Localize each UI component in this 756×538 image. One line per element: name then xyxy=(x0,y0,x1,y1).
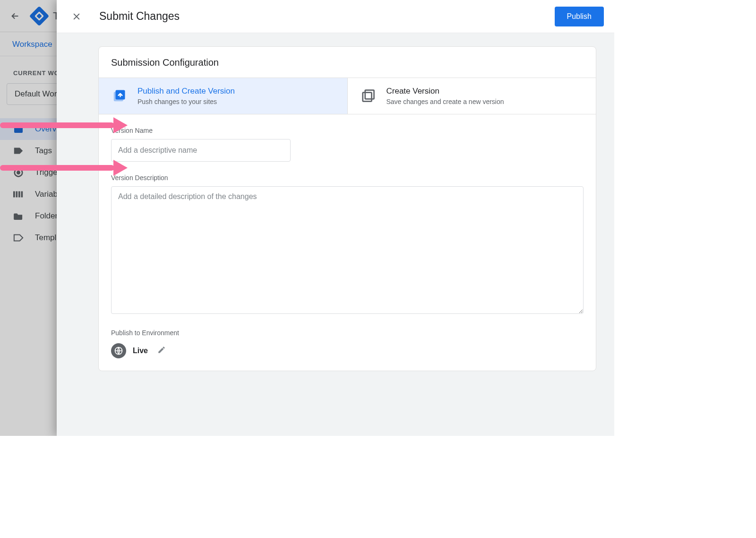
trigger-icon xyxy=(13,167,24,178)
sidebar-item-label: Templ xyxy=(35,233,56,243)
panel-header: Submit Changes Publish xyxy=(57,0,614,33)
option-publish-and-create[interactable]: Publish and Create Version Push changes … xyxy=(99,78,348,114)
submission-config-card: Submission Configuration Publish and Cre… xyxy=(98,46,596,371)
publish-environment-label: Publish to Environment xyxy=(111,329,584,337)
close-icon[interactable] xyxy=(67,7,86,26)
svg-rect-9 xyxy=(362,93,371,102)
svg-point-2 xyxy=(17,171,20,174)
option-title: Publish and Create Version xyxy=(137,87,235,96)
card-title: Submission Configuration xyxy=(99,47,596,68)
svg-rect-10 xyxy=(365,90,374,99)
svg-rect-0 xyxy=(14,126,23,129)
overview-icon xyxy=(13,124,24,134)
back-arrow-icon[interactable] xyxy=(6,7,25,26)
svg-rect-3 xyxy=(13,191,15,198)
version-description-label: Version Description xyxy=(111,174,584,182)
template-icon xyxy=(13,233,24,243)
panel-title: Submit Changes xyxy=(99,10,180,23)
environment-row: Live xyxy=(111,343,584,358)
option-create-version[interactable]: Create Version Save changes and create a… xyxy=(348,78,596,114)
gtm-logo-icon xyxy=(29,6,49,26)
option-sub: Save changes and create a new version xyxy=(387,98,504,105)
submit-changes-panel: Submit Changes Publish Submission Config… xyxy=(57,0,614,436)
tab-workspace[interactable]: Workspace xyxy=(9,32,56,56)
option-sub: Push changes to your sites xyxy=(137,98,235,105)
folder-icon xyxy=(13,211,24,221)
publish-icon xyxy=(111,88,127,104)
sidebar-item-label: Folder xyxy=(35,211,58,221)
environment-name: Live xyxy=(133,347,148,355)
version-description-input[interactable] xyxy=(111,186,584,314)
globe-icon xyxy=(111,343,126,358)
publish-button[interactable]: Publish xyxy=(555,7,604,26)
version-name-input[interactable] xyxy=(111,139,291,162)
create-version-icon xyxy=(360,88,376,104)
tag-icon xyxy=(13,146,24,156)
option-title: Create Version xyxy=(387,87,504,96)
sidebar-item-label: Variab xyxy=(35,190,58,199)
edit-environment-icon[interactable] xyxy=(157,346,166,356)
sidebar-item-label: Overv xyxy=(35,124,56,134)
svg-rect-5 xyxy=(18,191,20,198)
svg-rect-4 xyxy=(16,191,18,198)
svg-rect-6 xyxy=(21,191,23,198)
version-name-label: Version Name xyxy=(111,127,584,134)
variable-icon xyxy=(13,189,24,200)
sidebar-item-label: Trigge xyxy=(35,168,58,177)
submission-options: Publish and Create Version Push changes … xyxy=(99,78,596,114)
sidebar-item-label: Tags xyxy=(35,146,52,156)
